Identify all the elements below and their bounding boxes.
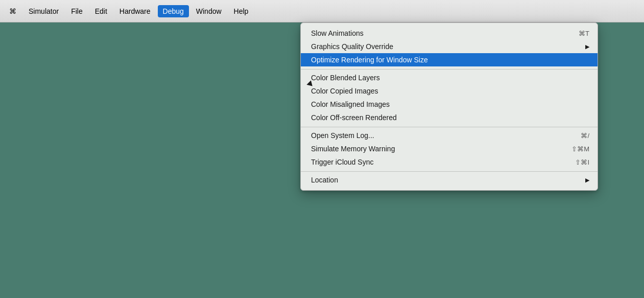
color-misaligned-item[interactable]: Color Misaligned Images — [301, 98, 598, 111]
dropdown-section-4: Location ▶ — [301, 171, 598, 188]
window-menu[interactable]: Window — [191, 5, 227, 17]
optimize-rendering-item[interactable]: Optimize Rendering for Window Size — [301, 53, 598, 66]
color-misaligned-label: Color Misaligned Images — [311, 100, 589, 108]
graphics-quality-item[interactable]: Graphics Quality Override ▶ — [301, 40, 598, 53]
color-offscreen-item[interactable]: Color Off-screen Rendered — [301, 111, 598, 124]
dropdown-section-1: Slow Animations ⌘T Graphics Quality Over… — [301, 25, 598, 68]
location-label: Location — [311, 176, 581, 184]
slow-animations-label: Slow Animations — [311, 29, 558, 37]
open-system-log-label: Open System Log... — [311, 131, 560, 140]
location-item[interactable]: Location ▶ — [301, 173, 598, 187]
dropdown-section-3: Open System Log... ⌘/ Simulate Memory Wa… — [301, 127, 598, 170]
slow-animations-item[interactable]: Slow Animations ⌘T — [301, 27, 598, 40]
apple-menu[interactable]: ⌘ — [4, 5, 21, 17]
open-system-log-shortcut: ⌘/ — [581, 132, 589, 140]
optimize-rendering-label: Optimize Rendering for Window Size — [311, 56, 589, 64]
dropdown-section-2: Color Blended Layers Color Copied Images… — [301, 69, 598, 126]
open-system-log-item[interactable]: Open System Log... ⌘/ — [301, 129, 598, 142]
trigger-icloud-item[interactable]: Trigger iCloud Sync ⇧⌘I — [301, 155, 598, 169]
color-blended-label: Color Blended Layers — [311, 74, 589, 82]
simulator-menu[interactable]: Simulator — [23, 5, 64, 17]
graphics-quality-label: Graphics Quality Override — [311, 42, 581, 51]
location-arrow-icon: ▶ — [585, 177, 589, 184]
simulate-memory-label: Simulate Memory Warning — [311, 145, 551, 153]
color-offscreen-label: Color Off-screen Rendered — [311, 113, 589, 122]
file-menu[interactable]: File — [66, 5, 88, 17]
help-menu[interactable]: Help — [229, 5, 254, 17]
color-copied-item[interactable]: Color Copied Images — [301, 84, 598, 98]
menu-bar: ⌘ Simulator File Edit Hardware Debug Win… — [0, 0, 644, 22]
trigger-icloud-shortcut: ⇧⌘I — [575, 158, 589, 166]
hardware-menu[interactable]: Hardware — [114, 5, 156, 17]
slow-animations-shortcut: ⌘T — [579, 30, 589, 37]
debug-menu[interactable]: Debug — [158, 5, 189, 17]
simulate-memory-item[interactable]: Simulate Memory Warning ⇧⌘M — [301, 142, 598, 155]
color-blended-item[interactable]: Color Blended Layers — [301, 71, 598, 84]
trigger-icloud-label: Trigger iCloud Sync — [311, 158, 555, 166]
debug-dropdown-menu: Slow Animations ⌘T Graphics Quality Over… — [300, 22, 598, 191]
graphics-quality-arrow-icon: ▶ — [585, 43, 589, 50]
simulate-memory-shortcut: ⇧⌘M — [571, 145, 589, 153]
edit-menu[interactable]: Edit — [90, 5, 112, 17]
color-copied-label: Color Copied Images — [311, 87, 589, 95]
